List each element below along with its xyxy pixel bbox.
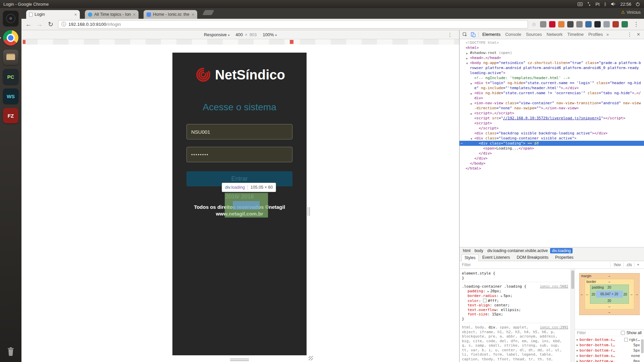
page-info-icon[interactable]: ⓘ bbox=[61, 21, 66, 27]
breadcrumb-item[interactable]: div.loading-container.visible.active bbox=[486, 248, 550, 253]
language-indicator[interactable]: Pt bbox=[595, 2, 599, 7]
tab-network[interactable]: Network bbox=[544, 30, 565, 39]
computed-scrollbar-thumb[interactable] bbox=[641, 339, 644, 353]
tab-elements[interactable]: Elements bbox=[480, 30, 503, 39]
expand-arrow-icon[interactable]: ▶ bbox=[471, 101, 472, 106]
show-all-checkbox[interactable] bbox=[621, 331, 625, 335]
scrollbar-thumb[interactable] bbox=[571, 270, 574, 289]
computed-property[interactable]: ▶border-bottom-s…none bbox=[575, 353, 641, 358]
password-input[interactable]: •••••••• bbox=[186, 147, 292, 162]
extension-icon[interactable] bbox=[567, 21, 574, 27]
power-icon[interactable] bbox=[636, 2, 640, 6]
reload-button[interactable]: ↻ bbox=[47, 21, 54, 28]
bluetooth-icon[interactable]: ᛒ bbox=[604, 2, 607, 7]
profile-badge[interactable]: ⚠ Vinícius bbox=[621, 10, 641, 15]
tab-close-icon[interactable]: × bbox=[192, 12, 194, 17]
dom-tree-node[interactable]: ▶<div ng-hide="state.current.name != 'oc… bbox=[460, 90, 644, 101]
viewport-resize-handle-corner[interactable] bbox=[309, 356, 313, 360]
tab-timeline[interactable]: Timeline bbox=[565, 30, 586, 39]
expand-arrow-icon[interactable]: ▶ bbox=[501, 295, 502, 298]
dom-tree-node[interactable]: ▼<div class="loading-container visible a… bbox=[460, 136, 644, 141]
devtools-close-icon[interactable]: × bbox=[634, 32, 643, 38]
back-button[interactable]: ← bbox=[25, 21, 32, 28]
tab-sources[interactable]: Sources bbox=[524, 30, 544, 39]
updown-arrows-icon[interactable] bbox=[587, 2, 591, 6]
toggle-element-state-button[interactable]: :hov bbox=[610, 262, 623, 267]
tab-profiles[interactable]: Profiles bbox=[586, 30, 605, 39]
zoom-select[interactable]: 100%▾ bbox=[263, 32, 277, 37]
extension-icon[interactable] bbox=[540, 21, 546, 27]
box-model-padding[interactable]: padding 20 20 20 20 65.047 × 20 bbox=[590, 285, 629, 304]
dom-tree-node[interactable]: ▶<head>…</head> bbox=[460, 55, 644, 60]
expand-arrow-icon[interactable]: ▶ bbox=[471, 81, 472, 86]
dom-tree-node[interactable]: <!DOCTYPE html> bbox=[460, 40, 644, 45]
address-bar[interactable]: ⓘ 192.168.0.10:8100/#/login bbox=[58, 20, 528, 28]
device-width-input[interactable]: 400 bbox=[235, 32, 243, 37]
css-property[interactable]: text-align: center; bbox=[462, 303, 568, 308]
extension-icon[interactable] bbox=[603, 21, 610, 27]
browser-tab[interactable]: Login× bbox=[26, 10, 80, 19]
computed-property[interactable]: ▶border-bottom-l…5px bbox=[575, 342, 641, 348]
dom-tree-node[interactable]: ▼<body ng-app="netsindico" cz-shortcut-l… bbox=[460, 60, 644, 75]
more-tabs-icon[interactable]: » bbox=[605, 32, 610, 37]
dom-tree-node[interactable]: </html> bbox=[460, 166, 644, 171]
browser-tab[interactable]: Home - Ionic.io: the...× bbox=[144, 10, 197, 19]
viewport-resize-handle-bottom[interactable] bbox=[230, 358, 249, 361]
inspect-element-icon[interactable] bbox=[461, 31, 469, 38]
expand-arrow-icon[interactable]: ▶ bbox=[488, 290, 489, 293]
breadcrumb-item[interactable]: div.loading bbox=[550, 248, 572, 253]
extension-icon[interactable] bbox=[549, 21, 555, 27]
sidebar-tab-properties[interactable]: Properties bbox=[552, 254, 577, 261]
tab-console[interactable]: Console bbox=[503, 30, 524, 39]
sidebar-tab-event-listeners[interactable]: Event Listeners bbox=[479, 254, 513, 261]
dom-tree-node[interactable]: </div> bbox=[460, 156, 644, 161]
extension-icon[interactable] bbox=[594, 21, 601, 27]
computed-property[interactable]: ▶border-bottom-w…0px bbox=[575, 358, 641, 362]
styles-filter-input[interactable]: Filter bbox=[462, 262, 471, 267]
chrome-launcher-icon[interactable] bbox=[3, 30, 18, 46]
dom-tree-node[interactable]: ▶<script>…</script> bbox=[460, 111, 644, 116]
css-property[interactable]: border-radius: ▶5px; bbox=[462, 294, 568, 299]
computed-filter-input[interactable]: Filter bbox=[577, 330, 586, 335]
trash-launcher-icon[interactable] bbox=[3, 344, 18, 359]
files-launcher-icon[interactable] bbox=[3, 50, 18, 65]
device-height-input[interactable]: 903 bbox=[250, 32, 257, 37]
dom-tree-node[interactable]: </body> bbox=[460, 161, 644, 166]
dom-tree-node[interactable]: <div class="backdrop visible backdrop-lo… bbox=[460, 131, 644, 136]
tab-close-icon[interactable]: × bbox=[133, 12, 136, 17]
computed-property[interactable]: ▶border-bottom-c…rgb(… bbox=[575, 337, 641, 342]
dom-tree-node[interactable]: ▼⋯<div class="loading"> == $0 bbox=[460, 141, 644, 146]
css-property[interactable]: color: #fff; bbox=[462, 299, 568, 303]
box-model-margin[interactable]: margin – – – – border – – – – bbox=[579, 273, 640, 315]
css-property[interactable]: text-overflow: ellipsis; bbox=[462, 308, 568, 312]
webstorm-launcher-icon[interactable]: WS bbox=[3, 88, 18, 104]
dom-tree-node[interactable]: </script> bbox=[460, 126, 644, 131]
extension-icon[interactable] bbox=[558, 21, 565, 27]
new-style-rule-button[interactable]: + bbox=[634, 262, 642, 267]
filezilla-launcher-icon[interactable]: FZ bbox=[3, 108, 18, 123]
extension-icon[interactable] bbox=[622, 21, 628, 27]
css-property[interactable]: padding: ▶20px; bbox=[462, 289, 568, 294]
pycharm-launcher-icon[interactable]: PC bbox=[3, 69, 18, 84]
dom-tree-node[interactable]: ▶#shadow-root (open) bbox=[460, 50, 644, 55]
dom-tree-node[interactable]: <!-- ngInclude: 'templates/header.html' … bbox=[460, 75, 644, 80]
color-swatch[interactable] bbox=[483, 299, 487, 302]
toggle-device-toolbar-icon[interactable] bbox=[469, 31, 477, 38]
sidebar-tab-styles[interactable]: Styles bbox=[462, 254, 479, 261]
expand-arrow-icon[interactable]: ▶ bbox=[471, 91, 472, 96]
lens-launcher-icon[interactable] bbox=[3, 11, 18, 26]
sidebar-tab-dom-breakpoints[interactable]: DOM Breakpoints bbox=[514, 254, 551, 261]
new-tab-button[interactable] bbox=[202, 10, 214, 15]
devtools-menu-icon[interactable]: ⋮ bbox=[625, 32, 634, 38]
username-input[interactable]: NSU001 bbox=[186, 124, 292, 139]
tab-close-icon[interactable]: × bbox=[74, 12, 77, 17]
css-property[interactable]: font-size: 15px; bbox=[462, 312, 568, 317]
dom-tree-node[interactable]: <script src="//192.168.0.10:35729/livere… bbox=[460, 116, 644, 121]
show-all-toggle[interactable]: Show all bbox=[621, 330, 642, 335]
box-model-content[interactable]: 65.047 × 20 bbox=[596, 291, 623, 298]
dom-tree-node[interactable]: <script> bbox=[460, 121, 644, 126]
dom-tree-node[interactable]: ▶<ion-nav-view class="view-container" na… bbox=[460, 101, 644, 111]
extension-icon[interactable] bbox=[576, 21, 583, 27]
browser-menu-icon[interactable]: ⋮ bbox=[632, 21, 641, 28]
node-menu-icon[interactable]: ⋯ bbox=[461, 141, 463, 146]
